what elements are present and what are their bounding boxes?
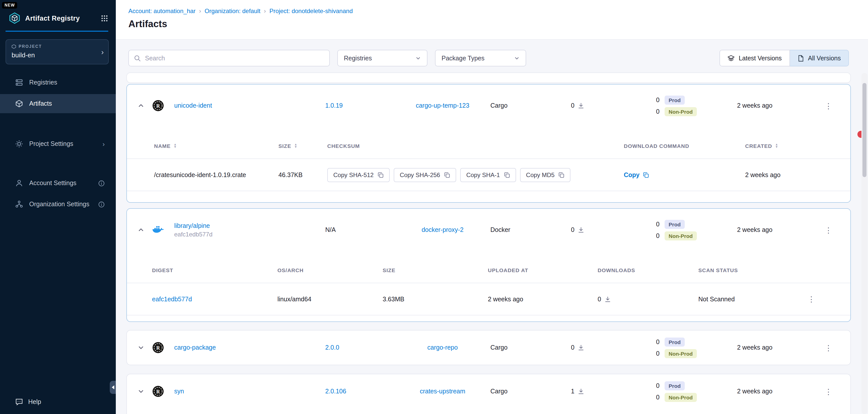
project-selector[interactable]: PROJECT build-en › xyxy=(5,39,109,64)
search-input[interactable] xyxy=(145,55,324,62)
sidebar-item-organization-settings[interactable]: Organization Settings xyxy=(0,195,116,214)
cargo-package-icon: R xyxy=(152,385,164,398)
created-at: 2 weeks ago xyxy=(722,388,813,395)
artifact-list: R unicode-ident 1.0.19 cargo-up-temp-123… xyxy=(126,72,851,414)
artifact-card-unicode-ident: R unicode-ident 1.0.19 cargo-up-temp-123… xyxy=(126,84,851,203)
nonprod-badge: Non-Prod xyxy=(664,231,697,240)
artifact-summary-row[interactable]: library/alpine eafc1edb577d N/A docker-p… xyxy=(127,209,850,251)
registries-dropdown[interactable]: Registries xyxy=(337,50,428,66)
artifact-version-link[interactable]: 2.0.106 xyxy=(325,388,400,395)
kebab-menu-icon[interactable]: ⋮ xyxy=(825,102,832,109)
artifact-name-link[interactable]: syn xyxy=(174,388,325,395)
breadcrumb-account[interactable]: Account: automation_har xyxy=(128,7,195,14)
artifact-registry-link[interactable]: crates-upstream xyxy=(420,388,465,395)
downloads-count: 0 xyxy=(598,296,601,303)
svg-text:R: R xyxy=(156,345,160,351)
sidebar-item-label: Account Settings xyxy=(29,180,76,186)
latest-versions-button[interactable]: Latest Versions xyxy=(719,50,790,66)
feedback-tab[interactable] xyxy=(858,131,862,138)
all-versions-button[interactable]: All Versions xyxy=(790,50,849,66)
digests-table-header: DIGEST OS/ARCH SIZE UPLOADED AT DOWNLOAD… xyxy=(127,257,850,283)
sidebar-item-registries[interactable]: Registries xyxy=(0,73,116,92)
prod-badge: Prod xyxy=(664,337,685,346)
column-header-checksum: CHECKSUM xyxy=(327,143,624,149)
column-header-size: SIZE xyxy=(383,267,488,273)
expand-chevron-down-icon[interactable] xyxy=(135,342,147,354)
downloads-count: 0 xyxy=(571,102,575,109)
artifact-name-link[interactable]: unicode-ident xyxy=(174,102,325,109)
sidebar-item-project-settings[interactable]: Project Settings › xyxy=(0,134,116,153)
partial-row xyxy=(126,72,851,83)
sidebar-item-account-settings[interactable]: Account Settings xyxy=(0,174,116,193)
downloads-count: 0 xyxy=(571,227,575,233)
module-grid-icon[interactable] xyxy=(101,15,108,22)
project-icon xyxy=(11,44,16,49)
artifact-version-link[interactable]: 2.0.0 xyxy=(325,344,400,351)
kebab-menu-icon[interactable]: ⋮ xyxy=(825,344,832,351)
nonprod-badge: Non-Prod xyxy=(664,349,697,358)
downloads-count: 1 xyxy=(571,388,575,395)
breadcrumb-organization[interactable]: Organization: default xyxy=(205,7,260,14)
artifact-registry-link[interactable]: cargo-up-temp-123 xyxy=(416,102,469,109)
sidebar-item-label: Organization Settings xyxy=(29,201,89,208)
artifact-registry-link[interactable]: cargo-repo xyxy=(428,344,458,351)
collapse-chevron-up-icon[interactable] xyxy=(135,100,147,112)
info-icon xyxy=(98,201,105,207)
chevron-down-icon xyxy=(514,55,520,61)
collapse-chevron-up-icon[interactable] xyxy=(135,224,147,236)
artifact-summary-row[interactable]: R unicode-ident 1.0.19 cargo-up-temp-123… xyxy=(127,84,850,127)
nonprod-count: 0 xyxy=(631,232,659,239)
gear-icon xyxy=(15,140,23,148)
environment-counts: 0Prod 0Non-Prod xyxy=(631,337,722,358)
app-root: NEW Artifact Registry PROJECT build-en › xyxy=(0,0,868,414)
checksum-buttons: Copy SHA-512 Copy SHA-256 Copy SHA-1 Cop… xyxy=(327,168,624,182)
account-icon xyxy=(15,179,23,187)
column-header-name: NAME xyxy=(154,143,171,149)
breadcrumb-project[interactable]: Project: donotdelete-shivanand xyxy=(269,7,353,14)
digest-link[interactable]: eafc1edb577d xyxy=(152,296,192,303)
environment-counts: 0Prod 0Non-Prod xyxy=(631,381,722,402)
kebab-menu-icon[interactable]: ⋮ xyxy=(825,226,832,234)
package-type: Cargo xyxy=(485,102,556,109)
search-icon xyxy=(134,55,141,62)
prod-count: 0 xyxy=(631,96,659,103)
scrollbar-track[interactable] xyxy=(862,73,868,414)
copy-sha512-button[interactable]: Copy SHA-512 xyxy=(327,168,390,182)
downloads-cell: 0 xyxy=(598,296,698,303)
artifact-name-link[interactable]: cargo-package xyxy=(174,344,325,351)
copy-sha1-button[interactable]: Copy SHA-1 xyxy=(460,168,516,182)
expand-chevron-down-icon[interactable] xyxy=(135,385,147,398)
kebab-menu-icon[interactable]: ⋮ xyxy=(825,388,832,395)
artifact-registry-link[interactable]: docker-proxy-2 xyxy=(422,227,464,233)
docker-package-icon xyxy=(152,224,164,236)
column-header-os-arch: OS/ARCH xyxy=(277,267,383,273)
scrollbar-thumb[interactable] xyxy=(863,83,867,177)
environment-counts: 0Prod 0Non-Prod xyxy=(631,95,722,116)
column-header-created: CREATED xyxy=(745,143,772,149)
artifact-summary-row[interactable]: R cargo-package 2.0.0 cargo-repo Cargo 0… xyxy=(127,331,850,365)
kebab-menu-icon[interactable]: ⋮ xyxy=(808,295,815,303)
sort-icon[interactable]: ▲▼ xyxy=(775,143,778,148)
package-types-dropdown[interactable]: Package Types xyxy=(435,50,526,66)
sidebar-item-artifacts[interactable]: Artifacts xyxy=(0,94,116,113)
sidebar: NEW Artifact Registry PROJECT build-en › xyxy=(0,0,116,414)
sort-icon[interactable]: ▲▼ xyxy=(174,143,177,148)
artifact-name-link[interactable]: library/alpine xyxy=(174,222,325,229)
prod-badge: Prod xyxy=(664,381,685,390)
artifact-version-link[interactable]: 1.0.19 xyxy=(325,102,400,109)
sidebar-nav: Registries Artifacts Project Settings › … xyxy=(0,73,116,214)
project-name: build-en xyxy=(11,51,95,59)
package-type: Cargo xyxy=(485,344,556,351)
copy-sha256-button[interactable]: Copy SHA-256 xyxy=(394,168,456,182)
chat-icon xyxy=(15,398,23,406)
copy-md5-button[interactable]: Copy MD5 xyxy=(520,168,571,182)
os-arch: linux/amd64 xyxy=(277,296,383,303)
sidebar-collapse-button[interactable] xyxy=(110,381,116,394)
help-button[interactable]: Help xyxy=(15,398,41,406)
artifact-summary-row[interactable]: R syn 2.0.106 crates-upstream Cargo 1 0P… xyxy=(127,374,850,409)
download-icon xyxy=(578,103,584,109)
copy-icon xyxy=(444,172,450,178)
copy-download-command-button[interactable]: Copy xyxy=(624,171,745,178)
sort-icon[interactable]: ▲▼ xyxy=(294,143,298,148)
scan-status: Not Scanned xyxy=(698,296,735,303)
